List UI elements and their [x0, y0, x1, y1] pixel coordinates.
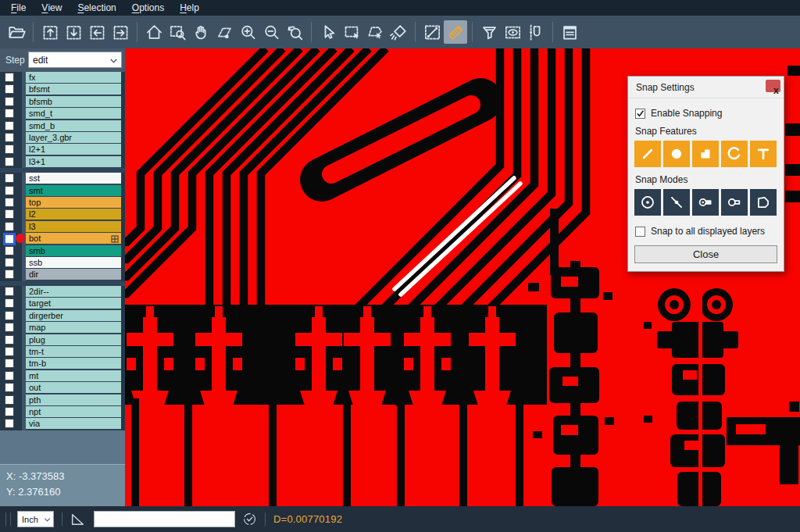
menu-options[interactable]: Options — [124, 0, 172, 16]
layer-visibility-checkbox[interactable] — [5, 121, 14, 130]
all-layers-row[interactable]: Snap to all displayed layers — [635, 226, 777, 237]
layer-label-bfsmt[interactable]: bfsmt — [26, 84, 121, 95]
layer-label-layer_3.gbr[interactable]: layer_3.gbr — [26, 132, 121, 143]
select-brush-button[interactable] — [387, 20, 410, 44]
select-pointer-button[interactable] — [316, 20, 340, 44]
layer-label-fx[interactable]: fx — [26, 72, 121, 83]
layer-label-tm-b[interactable]: tm-b — [26, 358, 121, 369]
home-view-button[interactable] — [142, 20, 166, 44]
layer-label-top[interactable]: top — [26, 197, 121, 208]
snap-pad-slot-button[interactable] — [692, 189, 719, 216]
zoom-in-button[interactable] — [236, 20, 259, 44]
layer-label-l3+1[interactable]: l3+1 — [26, 156, 121, 167]
layer-label-tm-t[interactable]: tm-t — [26, 346, 121, 357]
layer-label-pth[interactable]: pth — [26, 395, 121, 405]
layer-label-out[interactable]: out — [26, 382, 121, 393]
layer-visibility-checkbox[interactable] — [5, 222, 14, 231]
layer-visibility-checkbox[interactable] — [5, 298, 14, 308]
layer-label-via[interactable]: via — [26, 418, 121, 429]
layer-label-l2[interactable]: l2 — [26, 209, 121, 220]
layer-visibility-checkbox[interactable] — [5, 133, 14, 142]
snap-contour-button[interactable] — [750, 189, 777, 216]
step-select[interactable]: edit — [28, 52, 122, 68]
all-layers-checkbox[interactable] — [635, 227, 645, 237]
layer-visibility-checkbox[interactable] — [5, 323, 14, 332]
layer-visibility-checkbox[interactable] — [5, 246, 14, 255]
layer-visibility-checkbox[interactable] — [5, 198, 14, 207]
snap-center-button[interactable] — [634, 189, 661, 216]
select-rectangle-button[interactable] — [340, 20, 363, 44]
layer-visibility-checkbox[interactable] — [5, 383, 14, 392]
menu-selection[interactable]: Selection — [70, 0, 123, 16]
shift-view-left-button[interactable] — [85, 20, 109, 44]
layer-visibility-checkbox[interactable] — [5, 419, 14, 428]
layer-visibility-checkbox[interactable] — [5, 395, 14, 405]
snap-line-button[interactable] — [634, 141, 661, 167]
layer-label-plug[interactable]: plug — [26, 334, 121, 345]
layer-label-npt[interactable]: npt — [26, 406, 121, 417]
dialog-title-bar[interactable]: Snap Settings x — [628, 77, 784, 98]
snap-button[interactable] — [524, 20, 548, 44]
layer-visibility-checkbox[interactable] — [5, 84, 14, 94]
layer-visibility-checkbox[interactable] — [5, 258, 14, 267]
layer-visibility-checkbox[interactable] — [5, 97, 14, 106]
shift-view-down-button[interactable] — [62, 20, 85, 44]
layer-visibility-checkbox[interactable] — [5, 359, 14, 368]
layer-label-dir[interactable]: dir — [26, 269, 121, 280]
layer-visibility-checkbox[interactable] — [5, 209, 14, 219]
layer-label-map[interactable]: map — [26, 322, 121, 333]
layer-label-smd_t[interactable]: smd_t — [26, 108, 121, 119]
layer-label-dirgerber[interactable]: dirgerber — [26, 310, 121, 321]
dialog-close-button[interactable]: x — [766, 80, 780, 92]
layer-visibility-checkbox[interactable] — [5, 407, 14, 416]
layer-visibility-checkbox[interactable] — [5, 157, 14, 166]
layer-label-ssb[interactable]: ssb — [26, 257, 121, 268]
snap-text-button[interactable] — [750, 141, 777, 167]
layer-label-smt[interactable]: smt — [26, 185, 121, 196]
layer-label-sst[interactable]: sst — [26, 173, 121, 184]
snap-pad-button[interactable] — [692, 141, 719, 167]
dialog-close-action-button[interactable]: Close — [634, 245, 777, 263]
zoom-window-button[interactable] — [166, 20, 189, 44]
layer-visibility-checkbox[interactable] — [5, 73, 14, 82]
zoom-polygon-button[interactable] — [212, 20, 236, 44]
enable-snapping-checkbox[interactable] — [635, 109, 645, 119]
layer-label-mt[interactable]: mt — [26, 370, 121, 381]
layer-visibility-checkbox[interactable] — [5, 186, 14, 195]
layer-label-smd_b[interactable]: smd_b — [26, 120, 121, 131]
snap-circle-button[interactable] — [663, 141, 690, 167]
layer-visibility-checkbox[interactable] — [5, 335, 14, 345]
select-polygon-button[interactable] — [363, 20, 387, 44]
unit-select[interactable]: Inch — [17, 511, 54, 527]
snap-midpoint-button[interactable] — [663, 189, 690, 216]
corner-angle-button[interactable] — [70, 511, 86, 527]
layer-label-target[interactable]: target — [26, 298, 121, 309]
layer-visibility-checkbox[interactable] — [5, 347, 14, 356]
layer-label-bfsmb[interactable]: bfsmb — [26, 96, 121, 107]
layer-visibility-checkbox[interactable] — [5, 270, 14, 279]
measure-line-button[interactable] — [420, 20, 444, 44]
filter-button[interactable] — [477, 20, 501, 44]
layer-label-l2+1[interactable]: l2+1 — [26, 144, 121, 155]
pan-hand-button[interactable] — [189, 20, 212, 44]
open-file-button[interactable] — [5, 20, 28, 44]
layer-visibility-checkbox[interactable] — [3, 233, 16, 245]
snap-arc-button[interactable] — [721, 141, 748, 167]
menu-view[interactable]: View — [34, 0, 70, 16]
report-panel-button[interactable] — [558, 20, 581, 44]
layer-visibility-checkbox[interactable] — [5, 287, 14, 296]
apply-button[interactable] — [242, 512, 257, 527]
zoom-out-button[interactable] — [259, 20, 283, 44]
shift-view-right-button[interactable] — [109, 20, 132, 44]
zoom-previous-button[interactable] — [283, 20, 306, 44]
layer-visibility-checkbox[interactable] — [5, 109, 14, 118]
show-hide-button[interactable] — [501, 20, 524, 44]
layer-label-bot[interactable]: bot — [26, 233, 121, 244]
measure-ruler-button[interactable] — [444, 20, 467, 44]
layer-visibility-checkbox[interactable] — [5, 311, 14, 320]
snap-pad-outline-button[interactable] — [721, 189, 748, 216]
shift-view-up-button[interactable] — [38, 20, 62, 44]
layer-label-smb[interactable]: smb — [26, 245, 121, 256]
enable-snapping-row[interactable]: Enable Snapping — [635, 108, 777, 119]
menu-help[interactable]: Help — [172, 0, 207, 16]
